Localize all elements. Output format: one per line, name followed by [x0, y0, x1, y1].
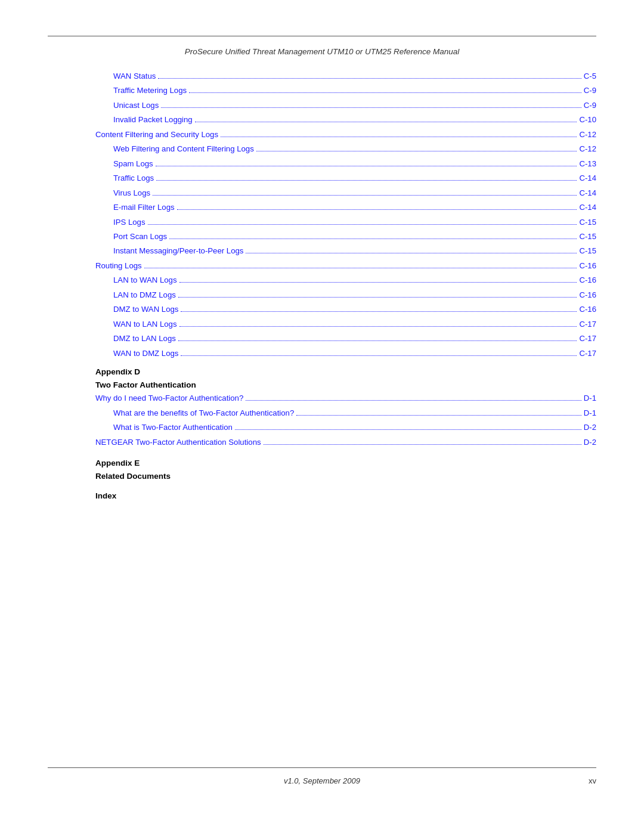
toc-dots: [144, 268, 577, 268]
toc-dots: [179, 282, 577, 283]
toc-entry-netgear-two-factor: NETGEAR Two-Factor Authentication Soluti…: [95, 436, 596, 448]
toc-entry-ips-logs: IPS Logs C-15: [95, 216, 596, 228]
toc-link-routing-logs[interactable]: Routing Logs: [95, 260, 142, 272]
toc-link-wan-to-dmz-logs[interactable]: WAN to DMZ Logs: [113, 348, 178, 360]
toc-link-web-filtering[interactable]: Web Filtering and Content Filtering Logs: [113, 143, 254, 155]
toc-dots: [195, 122, 577, 122]
toc-link-what-is-two-factor[interactable]: What is Two-Factor Authentication: [113, 422, 233, 433]
toc-page-content-filtering: C-12: [579, 129, 596, 141]
toc-dots: [246, 400, 581, 401]
toc-dots: [169, 239, 577, 239]
toc-dots: [178, 340, 577, 341]
index-label: Index: [95, 490, 596, 503]
toc-page-wan-status: C-5: [584, 70, 596, 82]
toc-dots: [153, 195, 577, 196]
toc-entry-instant-messaging-logs: Instant Messaging/Peer-to-Peer Logs C-15: [95, 245, 596, 257]
toc-entry-wan-to-lan-logs: WAN to LAN Logs C-17: [95, 318, 596, 330]
index-block: Index: [95, 490, 596, 503]
toc-link-dmz-to-lan-logs[interactable]: DMZ to LAN Logs: [113, 333, 176, 345]
toc-link-lan-to-wan-logs[interactable]: LAN to WAN Logs: [113, 274, 177, 286]
toc-dots: [148, 224, 577, 225]
toc-dots: [158, 78, 581, 79]
toc-dots: [179, 326, 577, 327]
toc-page-traffic-logs: C-14: [579, 172, 596, 184]
header-rule: [48, 36, 596, 36]
footer: v1.0, September 2009 xv: [48, 767, 596, 785]
toc-entry-why-two-factor: Why do I need Two-Factor Authentication?…: [95, 392, 596, 404]
toc-page-spam-logs: C-13: [579, 158, 596, 170]
toc-dots: [177, 209, 577, 210]
toc-link-lan-to-dmz-logs[interactable]: LAN to DMZ Logs: [113, 289, 176, 301]
toc-page-web-filtering: C-12: [579, 143, 596, 155]
toc-link-netgear-two-factor[interactable]: NETGEAR Two-Factor Authentication Soluti…: [95, 436, 261, 448]
toc-entry-dmz-to-wan-logs: DMZ to WAN Logs C-16: [95, 304, 596, 315]
toc-link-traffic-logs[interactable]: Traffic Logs: [113, 172, 154, 184]
toc-link-dmz-to-wan-logs[interactable]: DMZ to WAN Logs: [113, 304, 178, 315]
toc-page-netgear-two-factor: D-2: [584, 436, 596, 448]
toc-page-wan-to-dmz-logs: C-17: [579, 348, 596, 360]
appendix-d-label: Appendix D: [95, 366, 596, 379]
toc-dots: [221, 137, 577, 137]
toc-page-why-two-factor: D-1: [584, 392, 596, 404]
toc-entry-traffic-logs: Traffic Logs C-14: [95, 172, 596, 184]
toc-dots: [235, 429, 581, 430]
toc-page-virus-logs: C-14: [579, 187, 596, 199]
toc-link-ips-logs[interactable]: IPS Logs: [113, 216, 145, 228]
toc-page-what-is-two-factor: D-2: [584, 422, 596, 433]
toc-dots: [178, 297, 577, 298]
header-title: ProSecure Unified Threat Management UTM1…: [48, 47, 596, 56]
toc-page-invalid-packet-logging: C-10: [579, 114, 596, 126]
toc-entry-lan-to-dmz-logs: LAN to DMZ Logs C-16: [95, 289, 596, 301]
toc-entry-content-filtering: Content Filtering and Security Logs C-12: [95, 129, 596, 141]
toc-link-why-two-factor[interactable]: Why do I need Two-Factor Authentication?: [95, 392, 243, 404]
toc-link-benefits-two-factor[interactable]: What are the benefits of Two-Factor Auth…: [113, 407, 294, 419]
toc-entry-traffic-metering-logs: Traffic Metering Logs C-9: [95, 85, 596, 97]
toc-link-traffic-metering-logs[interactable]: Traffic Metering Logs: [113, 85, 187, 97]
toc-page-dmz-to-lan-logs: C-17: [579, 333, 596, 345]
toc-entry-virus-logs: Virus Logs C-14: [95, 187, 596, 199]
toc-entry-benefits-two-factor: What are the benefits of Two-Factor Auth…: [95, 407, 596, 419]
toc-entry-dmz-to-lan-logs: DMZ to LAN Logs C-17: [95, 333, 596, 345]
toc-entry-invalid-packet-logging: Invalid Packet Logging C-10: [95, 114, 596, 126]
toc-link-unicast-logs[interactable]: Unicast Logs: [113, 100, 159, 112]
toc-entry-lan-to-wan-logs: LAN to WAN Logs C-16: [95, 274, 596, 286]
appendix-d-block: Appendix D Two Factor Authentication: [95, 366, 596, 391]
toc-dots: [189, 92, 581, 93]
toc-link-email-filter-logs[interactable]: E-mail Filter Logs: [113, 202, 175, 213]
toc-link-content-filtering[interactable]: Content Filtering and Security Logs: [95, 129, 218, 141]
toc-link-spam-logs[interactable]: Spam Logs: [113, 158, 153, 170]
toc-entry-routing-logs: Routing Logs C-16: [95, 260, 596, 272]
toc-link-wan-status[interactable]: WAN Status: [113, 70, 156, 82]
toc-page-traffic-metering-logs: C-9: [584, 85, 596, 97]
toc-page-port-scan-logs: C-15: [579, 231, 596, 243]
footer-version: v1.0, September 2009: [83, 776, 561, 785]
toc-dots: [161, 107, 581, 108]
toc-entry-web-filtering: Web Filtering and Content Filtering Logs…: [95, 143, 596, 155]
toc-dots: [296, 415, 581, 416]
toc-entry-wan-to-dmz-logs: WAN to DMZ Logs C-17: [95, 348, 596, 360]
toc-page-email-filter-logs: C-14: [579, 202, 596, 213]
page: ProSecure Unified Threat Management UTM1…: [0, 0, 644, 833]
toc-link-invalid-packet-logging[interactable]: Invalid Packet Logging: [113, 114, 193, 126]
toc-dots: [264, 444, 581, 445]
toc-dots: [156, 180, 577, 181]
toc-entry-unicast-logs: Unicast Logs C-9: [95, 100, 596, 112]
toc-page-routing-logs: C-16: [579, 260, 596, 272]
toc-entry-wan-status: WAN Status C-5: [95, 70, 596, 82]
toc-entry-email-filter-logs: E-mail Filter Logs C-14: [95, 202, 596, 213]
toc-entry-what-is-two-factor: What is Two-Factor Authentication D-2: [95, 422, 596, 433]
appendix-d-subtitle: Two Factor Authentication: [95, 379, 596, 392]
toc-dots: [156, 166, 577, 166]
toc-link-instant-messaging-logs[interactable]: Instant Messaging/Peer-to-Peer Logs: [113, 245, 243, 257]
toc-page-lan-to-dmz-logs: C-16: [579, 289, 596, 301]
appendix-e-subtitle: Related Documents: [95, 470, 596, 483]
toc-link-wan-to-lan-logs[interactable]: WAN to LAN Logs: [113, 318, 177, 330]
toc-entry-spam-logs: Spam Logs C-13: [95, 158, 596, 170]
toc-link-port-scan-logs[interactable]: Port Scan Logs: [113, 231, 167, 243]
toc-dots: [181, 311, 577, 312]
toc-dots: [256, 151, 577, 151]
toc-container: WAN Status C-5 Traffic Metering Logs C-9…: [48, 70, 596, 767]
toc-page-dmz-to-wan-logs: C-16: [579, 304, 596, 315]
toc-page-unicast-logs: C-9: [584, 100, 596, 112]
toc-link-virus-logs[interactable]: Virus Logs: [113, 187, 150, 199]
